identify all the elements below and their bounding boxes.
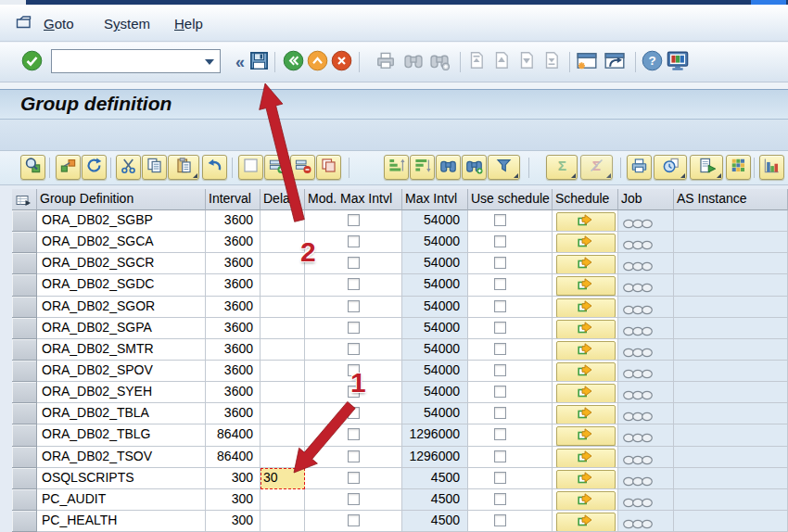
mod-max-intvl-checkbox[interactable] <box>348 493 360 505</box>
cell-interval[interactable]: 3600 <box>206 297 261 318</box>
use-schedule-checkbox[interactable] <box>494 278 506 290</box>
use-schedule-checkbox[interactable] <box>494 514 506 526</box>
schedule-button[interactable] <box>556 362 616 382</box>
column-header-schedule[interactable]: Schedule <box>553 189 618 210</box>
schedule-button[interactable] <box>556 470 616 489</box>
paste-button[interactable] <box>168 155 199 180</box>
sort-descending-button[interactable] <box>410 155 435 180</box>
sum-button[interactable]: Σ <box>546 155 578 180</box>
use-schedule-checkbox[interactable] <box>494 300 506 312</box>
row-selector-button[interactable] <box>12 297 37 318</box>
cell-group-definition[interactable]: ORA_DB02_SGCR <box>37 253 206 274</box>
use-schedule-checkbox[interactable] <box>494 322 506 334</box>
row-selector-button[interactable] <box>12 339 37 361</box>
subtotal-button[interactable]: Σ <box>580 155 613 180</box>
cell-delay[interactable] <box>261 274 305 296</box>
schedule-button[interactable] <box>556 255 616 274</box>
use-schedule-checkbox[interactable] <box>494 343 506 355</box>
use-schedule-checkbox[interactable] <box>494 450 506 462</box>
mod-max-intvl-checkbox[interactable] <box>348 343 360 355</box>
cut-button[interactable] <box>116 155 141 180</box>
schedule-button[interactable] <box>556 276 616 296</box>
mod-max-intvl-checkbox[interactable] <box>348 235 360 247</box>
layout-button[interactable] <box>726 155 751 180</box>
job-chain-icon[interactable] <box>618 511 673 532</box>
back-button[interactable] <box>282 51 304 73</box>
schedule-button[interactable] <box>556 449 616 468</box>
cell-interval[interactable]: 3600 <box>206 382 261 403</box>
row-selector-button[interactable] <box>12 403 37 424</box>
table-print-button[interactable] <box>627 155 652 180</box>
cell-delay-selected[interactable]: 30 <box>261 468 305 489</box>
cell-group-definition[interactable]: ORA_DB02_TBLA <box>37 403 206 424</box>
mod-max-intvl-checkbox[interactable] <box>348 514 360 526</box>
command-field[interactable] <box>51 49 221 73</box>
cell-interval[interactable]: 3600 <box>206 318 261 339</box>
row-selector-button[interactable] <box>12 511 37 532</box>
column-header-job[interactable]: Job <box>618 189 674 210</box>
mod-max-intvl-checkbox[interactable] <box>348 278 360 290</box>
cell-group-definition[interactable]: ORA_DB02_SYEH <box>37 382 206 403</box>
row-selector-button[interactable] <box>12 489 37 511</box>
cell-delay[interactable] <box>261 489 305 511</box>
cell-group-definition[interactable]: ORA_DB02_SGOR <box>37 297 206 318</box>
job-chain-icon[interactable] <box>618 424 673 446</box>
column-header-interval[interactable]: Interval <box>206 189 261 210</box>
cell-delay[interactable] <box>261 447 305 468</box>
use-schedule-checkbox[interactable] <box>494 407 506 419</box>
detail-search-button[interactable] <box>20 155 45 180</box>
job-chain-icon[interactable] <box>618 253 673 274</box>
row-selector-button[interactable] <box>12 318 37 339</box>
command-dropdown-arrow-icon[interactable] <box>205 59 214 65</box>
job-chain-icon[interactable] <box>618 403 673 424</box>
schedule-button[interactable] <box>556 491 616 511</box>
job-chain-icon[interactable] <box>618 361 673 382</box>
filter-button[interactable] <box>488 155 520 180</box>
customize-layout-button[interactable] <box>667 51 689 73</box>
use-schedule-checkbox[interactable] <box>494 472 506 484</box>
cell-interval[interactable]: 86400 <box>206 424 261 446</box>
cell-delay[interactable] <box>261 210 305 232</box>
mod-max-intvl-checkbox[interactable] <box>348 472 360 484</box>
views-button[interactable] <box>654 155 687 180</box>
schedule-button[interactable] <box>556 405 616 424</box>
schedule-button[interactable] <box>556 384 616 403</box>
cell-delay[interactable] <box>261 424 305 446</box>
cell-interval[interactable]: 3600 <box>206 403 261 424</box>
cell-group-definition[interactable]: OSQLSCRIPTS <box>37 468 206 489</box>
schedule-button[interactable] <box>556 212 616 232</box>
row-selector-button[interactable] <box>12 361 37 382</box>
job-chain-icon[interactable] <box>618 318 673 339</box>
mod-max-intvl-checkbox[interactable] <box>348 214 360 226</box>
cell-interval[interactable]: 300 <box>206 489 261 511</box>
mod-max-intvl-checkbox[interactable] <box>348 300 360 312</box>
cell-group-definition[interactable]: ORA_DB02_SGCA <box>37 232 206 253</box>
cell-interval[interactable]: 300 <box>206 468 261 489</box>
schedule-button[interactable] <box>556 341 616 361</box>
cell-group-definition[interactable]: PC_HEALTH <box>37 511 206 532</box>
cell-group-definition[interactable]: ORA_DB02_TBLG <box>37 424 206 446</box>
cell-group-definition[interactable]: ORA_DB02_SGDC <box>37 274 206 296</box>
cell-group-definition[interactable]: ORA_DB02_SMTR <box>37 339 206 361</box>
cell-delay[interactable] <box>261 361 305 382</box>
cell-delay[interactable] <box>261 511 305 532</box>
column-header-mod[interactable]: Mod. Max Intvl <box>305 189 402 210</box>
job-chain-icon[interactable] <box>618 447 673 468</box>
export-button[interactable] <box>690 155 723 180</box>
schedule-button[interactable] <box>556 513 616 532</box>
mod-max-intvl-checkbox[interactable] <box>348 322 360 334</box>
cell-delay[interactable] <box>261 403 305 424</box>
row-selector-button[interactable] <box>12 274 37 296</box>
cell-group-definition[interactable]: PC_AUDIT <box>37 489 206 511</box>
job-chain-icon[interactable] <box>618 468 673 489</box>
refresh-button[interactable] <box>82 155 107 180</box>
menu-goto[interactable]: Goto <box>44 16 74 32</box>
row-selector-button[interactable] <box>12 447 37 468</box>
row-selector-button[interactable] <box>12 382 37 403</box>
command-input[interactable] <box>54 52 204 72</box>
mod-max-intvl-checkbox[interactable] <box>348 257 360 269</box>
mod-max-intvl-checkbox[interactable] <box>348 407 360 419</box>
undo-button[interactable] <box>202 155 227 180</box>
use-schedule-checkbox[interactable] <box>494 364 506 376</box>
column-header-use[interactable]: Use schedule <box>468 189 553 210</box>
